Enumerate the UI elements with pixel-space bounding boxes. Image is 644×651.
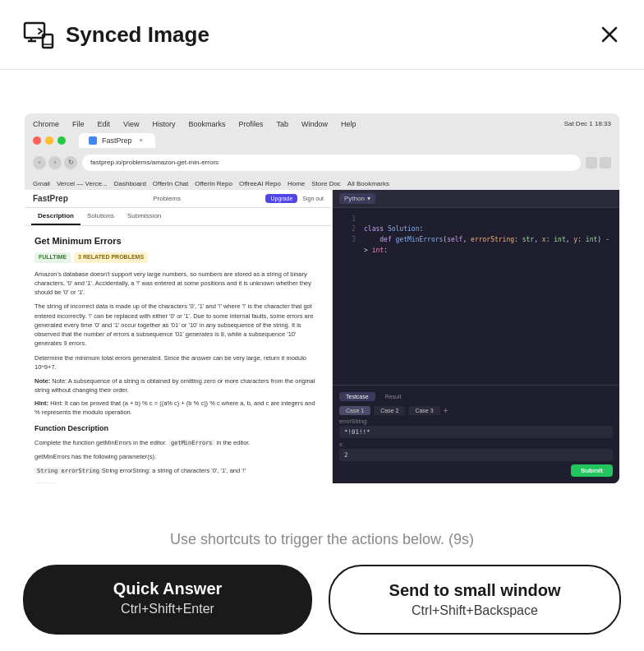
send-window-button[interactable]: Send to small window Ctrl+Shift+Backspac…: [329, 565, 621, 635]
upgrade-button: Upgrade: [265, 194, 297, 203]
menu-window: Window: [301, 120, 328, 128]
browser-ext-icon2: [600, 157, 611, 169]
site-nav: Problems: [153, 195, 181, 202]
action-buttons: Quick Answer Ctrl+Shift+Enter Send to sm…: [23, 565, 621, 635]
tab-favicon: [89, 136, 97, 145]
code-line-1: 1: [339, 215, 613, 225]
menu-chrome: Chrome: [33, 120, 59, 128]
testcase-area: Testcase Result Case 1 Case 2 Case 3 + e…: [333, 385, 619, 483]
menu-bookmarks: Bookmarks: [188, 120, 225, 128]
code-header: Python ▾: [333, 190, 619, 208]
problem-text-2: The string of incorrect data is made up …: [34, 302, 322, 348]
problem-title: Get Minimum Errors: [34, 234, 322, 248]
tc-add-case[interactable]: +: [444, 406, 448, 415]
address-bar: fastprep.io/problems/amazon-get-min-erro…: [82, 155, 581, 171]
quick-answer-button[interactable]: Quick Answer Ctrl+Shift+Enter: [23, 565, 312, 635]
modal-container: Synced Image Chrome File Edit Vi: [0, 0, 644, 651]
shortcut-hint: Use shortcuts to trigger the actions bel…: [170, 531, 474, 548]
line-num-3: 3: [339, 235, 356, 256]
language-label: Python: [344, 195, 365, 202]
nav-buttons: ‹ › ↻: [33, 156, 77, 169]
tl-green: [58, 136, 66, 145]
quick-answer-label: Quick Answer: [113, 579, 223, 598]
bookmark-home: Home: [288, 180, 305, 187]
bookmark-storedoc: Store Doc: [311, 180, 341, 187]
tab-submission: Submission: [121, 208, 168, 225]
problem-hint: Hint: Hint: It can be proved that (a + b…: [34, 399, 322, 418]
back-btn: ‹: [33, 156, 46, 169]
tl-yellow: [45, 136, 53, 145]
problem-tabs: Description Solutions Submission: [25, 208, 332, 226]
menu-history: History: [152, 120, 175, 128]
bottom-section: Use shortcuts to trigger the actions bel…: [0, 518, 644, 651]
tl-red: [33, 136, 41, 145]
send-window-shortcut: Ctrl+Shift+Backspace: [412, 603, 538, 618]
tc-case-tabs: Case 1 Case 2 Case 3 +: [339, 406, 613, 415]
browser-chrome: Chrome File Edit View History Bookmarks …: [25, 113, 619, 483]
function-params-header: getMinErrors has the following parameter…: [34, 452, 322, 461]
site-header: FastPrep Problems Upgrade Sign out: [25, 190, 332, 208]
problem-text-1: Amazon's database doesn't support very l…: [34, 270, 322, 298]
code-line-2: 2 class Solution:: [339, 224, 613, 235]
browser-menu-bar: Chrome File Edit View History Bookmarks …: [33, 118, 356, 130]
function-description-title: Function Description: [34, 423, 322, 435]
tc-tab-result: Result: [379, 392, 408, 401]
menu-help: Help: [341, 120, 356, 128]
address-bar-row: ‹ › ↻ fastprep.io/problems/amazon-get-mi…: [33, 151, 611, 174]
problem-note: Note: Note: A subsequence of a string is…: [34, 376, 322, 395]
address-text: fastprep.io/problems/amazon-get-min-erro…: [90, 159, 218, 166]
menu-view: View: [123, 120, 139, 128]
problem-content: Get Minimum Errors FULLTIME 3 RELATED PR…: [25, 226, 332, 483]
line-num-2: 2: [339, 224, 356, 235]
bookmark-offreeai: OffreeAI Repo: [239, 180, 281, 187]
tc-case-2: Case 2: [374, 406, 405, 415]
refresh-btn: ↻: [64, 156, 77, 169]
header-left: Synced Image: [20, 16, 209, 53]
function-description: Complete the function getMinErrors in th…: [34, 438, 322, 448]
tc-case-1: Case 1: [339, 406, 370, 415]
tag-fulltime: FULLTIME: [34, 252, 71, 263]
tc-case-3: Case 3: [408, 406, 439, 415]
close-button[interactable]: [595, 20, 624, 49]
param-2: int xint x: the number of errors generat…: [34, 481, 322, 483]
bookmark-vercel: Vercel — Verce...: [57, 180, 108, 187]
bookmark-offerin-chat: OfferIn Chat: [153, 180, 188, 187]
datetime: Sat Dec 1 18:33: [564, 120, 611, 127]
send-window-label: Send to small window: [389, 581, 561, 600]
chevron-down-icon: ▾: [367, 195, 370, 202]
browser-ext-icon: [586, 157, 597, 169]
tc-input-label-1: errorString:: [339, 418, 613, 424]
tab-bar: FastPrep ×: [79, 133, 155, 148]
nav-problems: Problems: [153, 195, 181, 202]
traffic-lights: [33, 136, 66, 145]
param-1: String errorStringString errorString: a …: [34, 466, 322, 476]
tab-solutions: Solutions: [80, 208, 121, 225]
problem-panel: FastPrep Problems Upgrade Sign out Descr…: [25, 190, 333, 483]
sync-image-icon: [20, 16, 56, 53]
bookmark-gmail: Gmail: [33, 180, 50, 187]
browser-content: FastPrep Problems Upgrade Sign out Descr…: [25, 190, 619, 483]
tc-tab-testcase: Testcase: [339, 392, 375, 401]
tab-close-icon: ×: [137, 136, 145, 145]
menu-file: File: [72, 120, 85, 128]
browser-screenshot: Chrome File Edit View History Bookmarks …: [25, 113, 619, 483]
problem-text-3: Determine the minimum total errors gener…: [34, 353, 322, 372]
bookmarks-bar: Gmail Vercel — Verce... Dashboard OfferI…: [33, 178, 611, 190]
screenshot-area: Chrome File Edit View History Bookmarks …: [0, 70, 644, 518]
tag-related: 3 RELATED PROBLEMS: [74, 252, 148, 263]
browser-top-bar: Chrome File Edit View History Bookmarks …: [25, 113, 619, 190]
code-line-3: 3 def getMinErrors(self, errorString: st…: [339, 235, 613, 256]
code-panel: Python ▾ 1 2 class Solution:: [333, 190, 619, 483]
bookmark-dashboard: Dashboard: [114, 180, 146, 187]
tc-input-label-2: x:: [339, 441, 613, 447]
modal-header: Synced Image: [0, 0, 644, 70]
menu-edit: Edit: [98, 120, 111, 128]
modal-title: Synced Image: [66, 22, 209, 48]
menu-tab: Tab: [276, 120, 288, 128]
line-num-1: 1: [339, 215, 356, 225]
tab-label: FastPrep: [102, 136, 132, 145]
tc-input-val-1: *!01!!*: [339, 426, 613, 438]
code-area: 1 2 class Solution: 3 def getMinErrors(s…: [333, 208, 619, 385]
forward-btn: ›: [48, 156, 62, 169]
site-actions: Upgrade Sign out: [265, 194, 324, 203]
